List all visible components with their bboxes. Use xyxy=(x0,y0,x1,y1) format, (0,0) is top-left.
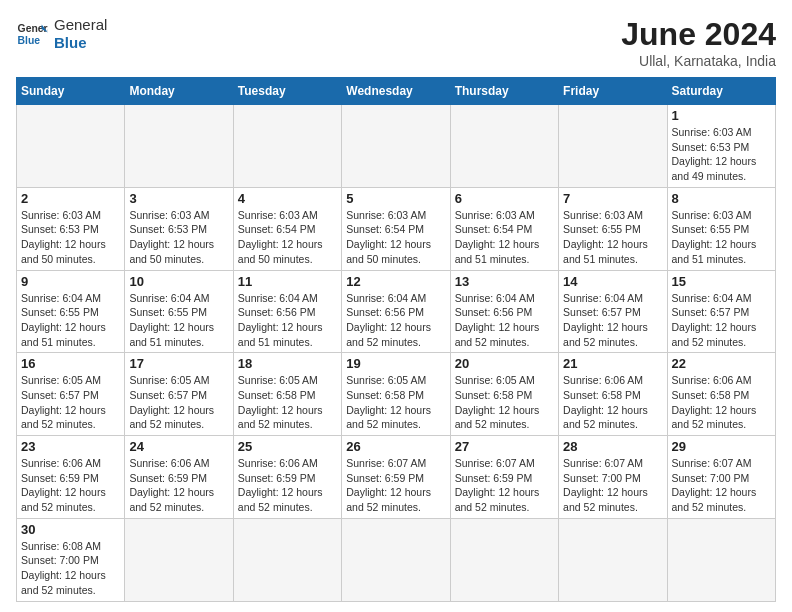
day-info: Sunrise: 6:03 AM Sunset: 6:53 PM Dayligh… xyxy=(672,125,771,184)
day-info: Sunrise: 6:05 AM Sunset: 6:58 PM Dayligh… xyxy=(238,373,337,432)
day-number: 20 xyxy=(455,356,554,371)
day-info: Sunrise: 6:04 AM Sunset: 6:57 PM Dayligh… xyxy=(672,291,771,350)
calendar-cell: 22Sunrise: 6:06 AM Sunset: 6:58 PM Dayli… xyxy=(667,353,775,436)
calendar-cell: 29Sunrise: 6:07 AM Sunset: 7:00 PM Dayli… xyxy=(667,436,775,519)
day-header-friday: Friday xyxy=(559,78,667,105)
title-area: June 2024 Ullal, Karnataka, India xyxy=(621,16,776,69)
day-header-wednesday: Wednesday xyxy=(342,78,450,105)
calendar-cell: 27Sunrise: 6:07 AM Sunset: 6:59 PM Dayli… xyxy=(450,436,558,519)
calendar-cell: 3Sunrise: 6:03 AM Sunset: 6:53 PM Daylig… xyxy=(125,187,233,270)
day-number: 13 xyxy=(455,274,554,289)
day-number: 14 xyxy=(563,274,662,289)
day-number: 30 xyxy=(21,522,120,537)
day-info: Sunrise: 6:07 AM Sunset: 7:00 PM Dayligh… xyxy=(672,456,771,515)
day-info: Sunrise: 6:03 AM Sunset: 6:54 PM Dayligh… xyxy=(455,208,554,267)
calendar-cell: 10Sunrise: 6:04 AM Sunset: 6:55 PM Dayli… xyxy=(125,270,233,353)
day-info: Sunrise: 6:05 AM Sunset: 6:57 PM Dayligh… xyxy=(21,373,120,432)
day-number: 7 xyxy=(563,191,662,206)
day-info: Sunrise: 6:06 AM Sunset: 6:58 PM Dayligh… xyxy=(672,373,771,432)
calendar-cell: 21Sunrise: 6:06 AM Sunset: 6:58 PM Dayli… xyxy=(559,353,667,436)
day-info: Sunrise: 6:04 AM Sunset: 6:56 PM Dayligh… xyxy=(238,291,337,350)
calendar-cell: 26Sunrise: 6:07 AM Sunset: 6:59 PM Dayli… xyxy=(342,436,450,519)
day-info: Sunrise: 6:05 AM Sunset: 6:58 PM Dayligh… xyxy=(346,373,445,432)
day-number: 8 xyxy=(672,191,771,206)
day-info: Sunrise: 6:07 AM Sunset: 7:00 PM Dayligh… xyxy=(563,456,662,515)
day-header-thursday: Thursday xyxy=(450,78,558,105)
calendar-header-row: SundayMondayTuesdayWednesdayThursdayFrid… xyxy=(17,78,776,105)
day-number: 4 xyxy=(238,191,337,206)
calendar-cell xyxy=(342,105,450,188)
day-number: 19 xyxy=(346,356,445,371)
day-number: 21 xyxy=(563,356,662,371)
logo-icon: General Blue xyxy=(16,18,48,50)
calendar-cell xyxy=(125,105,233,188)
day-number: 27 xyxy=(455,439,554,454)
calendar-cell xyxy=(342,518,450,601)
day-number: 1 xyxy=(672,108,771,123)
day-number: 26 xyxy=(346,439,445,454)
logo-blue-text: Blue xyxy=(54,34,107,52)
day-info: Sunrise: 6:04 AM Sunset: 6:57 PM Dayligh… xyxy=(563,291,662,350)
day-info: Sunrise: 6:03 AM Sunset: 6:54 PM Dayligh… xyxy=(238,208,337,267)
day-number: 29 xyxy=(672,439,771,454)
calendar-cell: 23Sunrise: 6:06 AM Sunset: 6:59 PM Dayli… xyxy=(17,436,125,519)
day-number: 22 xyxy=(672,356,771,371)
day-header-saturday: Saturday xyxy=(667,78,775,105)
day-info: Sunrise: 6:04 AM Sunset: 6:55 PM Dayligh… xyxy=(21,291,120,350)
day-info: Sunrise: 6:06 AM Sunset: 6:59 PM Dayligh… xyxy=(21,456,120,515)
calendar-week-row: 30Sunrise: 6:08 AM Sunset: 7:00 PM Dayli… xyxy=(17,518,776,601)
calendar-cell: 9Sunrise: 6:04 AM Sunset: 6:55 PM Daylig… xyxy=(17,270,125,353)
day-info: Sunrise: 6:03 AM Sunset: 6:55 PM Dayligh… xyxy=(563,208,662,267)
day-info: Sunrise: 6:06 AM Sunset: 6:59 PM Dayligh… xyxy=(129,456,228,515)
day-number: 6 xyxy=(455,191,554,206)
calendar-cell: 18Sunrise: 6:05 AM Sunset: 6:58 PM Dayli… xyxy=(233,353,341,436)
calendar-header: General Blue General Blue June 2024 Ulla… xyxy=(16,16,776,69)
calendar-table: SundayMondayTuesdayWednesdayThursdayFrid… xyxy=(16,77,776,602)
calendar-cell: 2Sunrise: 6:03 AM Sunset: 6:53 PM Daylig… xyxy=(17,187,125,270)
day-number: 10 xyxy=(129,274,228,289)
day-info: Sunrise: 6:07 AM Sunset: 6:59 PM Dayligh… xyxy=(455,456,554,515)
calendar-cell: 28Sunrise: 6:07 AM Sunset: 7:00 PM Dayli… xyxy=(559,436,667,519)
calendar-cell xyxy=(559,518,667,601)
calendar-cell: 14Sunrise: 6:04 AM Sunset: 6:57 PM Dayli… xyxy=(559,270,667,353)
day-number: 24 xyxy=(129,439,228,454)
day-header-sunday: Sunday xyxy=(17,78,125,105)
calendar-cell: 17Sunrise: 6:05 AM Sunset: 6:57 PM Dayli… xyxy=(125,353,233,436)
calendar-cell: 6Sunrise: 6:03 AM Sunset: 6:54 PM Daylig… xyxy=(450,187,558,270)
day-info: Sunrise: 6:06 AM Sunset: 6:59 PM Dayligh… xyxy=(238,456,337,515)
day-number: 2 xyxy=(21,191,120,206)
calendar-body: 1Sunrise: 6:03 AM Sunset: 6:53 PM Daylig… xyxy=(17,105,776,602)
day-info: Sunrise: 6:08 AM Sunset: 7:00 PM Dayligh… xyxy=(21,539,120,598)
calendar-cell xyxy=(667,518,775,601)
calendar-cell: 30Sunrise: 6:08 AM Sunset: 7:00 PM Dayli… xyxy=(17,518,125,601)
day-info: Sunrise: 6:04 AM Sunset: 6:56 PM Dayligh… xyxy=(455,291,554,350)
day-number: 18 xyxy=(238,356,337,371)
calendar-cell: 24Sunrise: 6:06 AM Sunset: 6:59 PM Dayli… xyxy=(125,436,233,519)
day-info: Sunrise: 6:05 AM Sunset: 6:58 PM Dayligh… xyxy=(455,373,554,432)
day-info: Sunrise: 6:07 AM Sunset: 6:59 PM Dayligh… xyxy=(346,456,445,515)
calendar-week-row: 2Sunrise: 6:03 AM Sunset: 6:53 PM Daylig… xyxy=(17,187,776,270)
calendar-cell xyxy=(559,105,667,188)
calendar-cell xyxy=(450,518,558,601)
day-number: 23 xyxy=(21,439,120,454)
day-number: 15 xyxy=(672,274,771,289)
calendar-cell: 15Sunrise: 6:04 AM Sunset: 6:57 PM Dayli… xyxy=(667,270,775,353)
day-info: Sunrise: 6:06 AM Sunset: 6:58 PM Dayligh… xyxy=(563,373,662,432)
calendar-cell: 16Sunrise: 6:05 AM Sunset: 6:57 PM Dayli… xyxy=(17,353,125,436)
calendar-cell xyxy=(233,518,341,601)
day-info: Sunrise: 6:04 AM Sunset: 6:56 PM Dayligh… xyxy=(346,291,445,350)
calendar-cell: 7Sunrise: 6:03 AM Sunset: 6:55 PM Daylig… xyxy=(559,187,667,270)
day-number: 25 xyxy=(238,439,337,454)
calendar-cell: 8Sunrise: 6:03 AM Sunset: 6:55 PM Daylig… xyxy=(667,187,775,270)
calendar-cell: 25Sunrise: 6:06 AM Sunset: 6:59 PM Dayli… xyxy=(233,436,341,519)
svg-text:Blue: Blue xyxy=(18,35,41,46)
day-info: Sunrise: 6:04 AM Sunset: 6:55 PM Dayligh… xyxy=(129,291,228,350)
calendar-title: June 2024 xyxy=(621,16,776,53)
day-info: Sunrise: 6:03 AM Sunset: 6:55 PM Dayligh… xyxy=(672,208,771,267)
day-number: 11 xyxy=(238,274,337,289)
calendar-cell xyxy=(233,105,341,188)
day-number: 16 xyxy=(21,356,120,371)
calendar-cell: 19Sunrise: 6:05 AM Sunset: 6:58 PM Dayli… xyxy=(342,353,450,436)
calendar-cell: 20Sunrise: 6:05 AM Sunset: 6:58 PM Dayli… xyxy=(450,353,558,436)
day-number: 17 xyxy=(129,356,228,371)
